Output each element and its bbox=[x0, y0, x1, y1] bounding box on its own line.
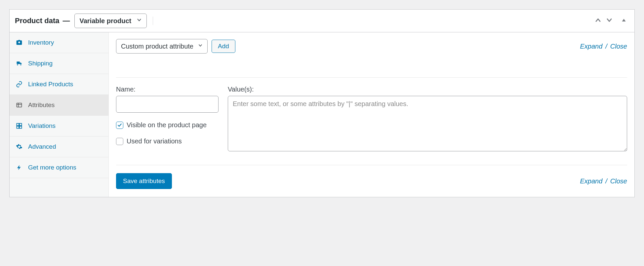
header-divider bbox=[153, 17, 153, 25]
visible-label: Visible on the product page bbox=[127, 121, 207, 129]
attribute-values-textarea[interactable] bbox=[228, 96, 627, 151]
attribute-editor: Name: Visible on the product page Used f… bbox=[116, 77, 627, 153]
tab-attributes[interactable]: Attributes bbox=[10, 95, 108, 116]
tab-label: Linked Products bbox=[28, 81, 73, 88]
linked-products-icon bbox=[16, 81, 23, 88]
shipping-icon bbox=[16, 60, 23, 67]
move-up-icon[interactable] bbox=[594, 16, 602, 26]
panel-header: Product data — Variable product bbox=[10, 10, 634, 32]
svg-rect-5 bbox=[17, 126, 19, 129]
tab-label: Variations bbox=[28, 122, 56, 130]
used-for-variations-checkbox[interactable] bbox=[116, 138, 123, 145]
expand-link-footer[interactable]: Expand bbox=[580, 177, 602, 185]
tab-linked-products[interactable]: Linked Products bbox=[10, 74, 108, 95]
attribute-type-select[interactable]: Custom product attribute bbox=[116, 39, 208, 54]
close-link[interactable]: Close bbox=[610, 43, 627, 50]
used-for-variations-label: Used for variations bbox=[127, 137, 182, 145]
variations-icon bbox=[16, 122, 23, 130]
attribute-name-input[interactable] bbox=[116, 96, 219, 113]
inventory-icon bbox=[16, 39, 23, 46]
tab-label: Attributes bbox=[28, 101, 55, 109]
svg-rect-0 bbox=[17, 103, 22, 107]
sidebar: Inventory Shipping Linked Products Attri… bbox=[10, 32, 109, 197]
product-type-select[interactable]: Variable product bbox=[74, 14, 147, 28]
panel-header-controls bbox=[594, 16, 629, 26]
link-separator: / bbox=[605, 43, 607, 50]
add-attribute-button[interactable]: Add bbox=[212, 40, 235, 53]
tab-advanced[interactable]: Advanced bbox=[10, 136, 108, 157]
expand-link[interactable]: Expand bbox=[580, 43, 602, 50]
svg-rect-6 bbox=[20, 126, 22, 129]
move-down-icon[interactable] bbox=[605, 16, 613, 26]
tab-get-more-options[interactable]: Get more options bbox=[10, 157, 108, 178]
panel-title-separator: — bbox=[62, 17, 70, 25]
tab-label: Shipping bbox=[28, 60, 53, 67]
tab-shipping[interactable]: Shipping bbox=[10, 53, 108, 74]
attributes-icon bbox=[16, 101, 23, 109]
tab-inventory[interactable]: Inventory bbox=[10, 32, 108, 53]
name-label: Name: bbox=[116, 86, 219, 93]
attribute-footer: Save attributes Expand / Close bbox=[116, 165, 627, 190]
product-data-panel: Product data — Variable product bbox=[9, 9, 635, 197]
collapse-toggle-icon[interactable] bbox=[621, 18, 626, 24]
svg-rect-4 bbox=[20, 124, 22, 126]
attribute-toolbar: Custom product attribute Add Expand / Cl… bbox=[116, 39, 627, 60]
panel-title: Product data bbox=[15, 17, 59, 25]
tab-label: Get more options bbox=[28, 164, 76, 171]
tab-variations[interactable]: Variations bbox=[10, 116, 108, 136]
tab-label: Inventory bbox=[28, 39, 54, 46]
visible-checkbox[interactable] bbox=[116, 122, 123, 129]
tab-label: Advanced bbox=[28, 143, 56, 150]
panel-body: Inventory Shipping Linked Products Attri… bbox=[10, 32, 634, 197]
content-area: Custom product attribute Add Expand / Cl… bbox=[109, 32, 634, 197]
values-label: Value(s): bbox=[228, 86, 627, 93]
svg-rect-3 bbox=[17, 124, 19, 126]
advanced-icon bbox=[16, 143, 23, 150]
more-options-icon bbox=[16, 164, 23, 171]
close-link-footer[interactable]: Close bbox=[610, 177, 627, 185]
link-separator: / bbox=[605, 177, 607, 185]
save-attributes-button[interactable]: Save attributes bbox=[116, 173, 172, 189]
